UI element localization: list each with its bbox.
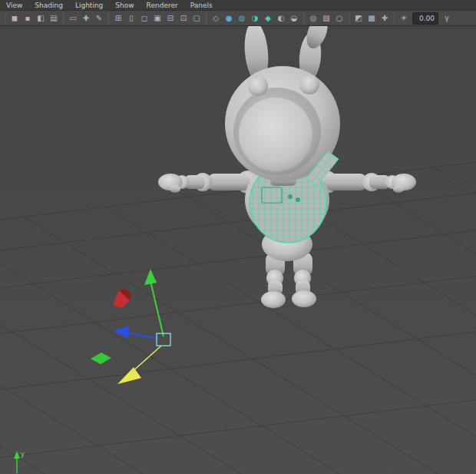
- vest-button: [288, 194, 293, 199]
- viewport-canvas[interactable]: y: [0, 26, 476, 474]
- use-all-lights-icon[interactable]: ◆: [262, 12, 274, 24]
- maya-viewport-panel: ViewShadingLightingShowRendererPanels ◼▪…: [0, 0, 476, 474]
- toolbar-separator: [206, 14, 207, 23]
- gate-mask-icon[interactable]: ▣: [151, 12, 164, 24]
- menu-lighting[interactable]: Lighting: [75, 2, 103, 9]
- x-ray-icon[interactable]: ▩: [365, 12, 378, 24]
- view-menubar: ViewShadingLightingShowRendererPanels: [0, 0, 476, 11]
- translate-z-handle[interactable]: [117, 346, 161, 384]
- grease-pencil-icon[interactable]: ✎: [93, 12, 105, 24]
- toolbar-separator: [63, 14, 64, 23]
- plane-handle-diamond[interactable]: [91, 353, 111, 364]
- menu-show[interactable]: Show: [115, 2, 134, 9]
- x-ray-joints-icon[interactable]: ✚: [378, 12, 391, 24]
- image-plane-icon[interactable]: ▭: [67, 12, 79, 24]
- helmet-visor: [239, 98, 312, 171]
- toolbar-separator: [394, 14, 395, 23]
- shadows-icon[interactable]: ◐: [275, 12, 287, 24]
- textured-display-icon[interactable]: ◑: [249, 12, 261, 24]
- select-camera-icon[interactable]: ◼: [8, 12, 21, 24]
- character-right-arm: [315, 171, 416, 194]
- character-left-arm: [158, 171, 259, 194]
- character-model[interactable]: [158, 26, 416, 308]
- depth-of-field-icon[interactable]: ○: [333, 12, 345, 24]
- bookmarks-icon[interactable]: ▤: [48, 12, 60, 24]
- toolbar-separator: [303, 14, 304, 23]
- screen-space-ao-icon[interactable]: ◒: [288, 12, 300, 24]
- exposure-icon[interactable]: ☀: [398, 12, 410, 24]
- translate-y-handle[interactable]: [144, 269, 164, 336]
- motion-blur-icon[interactable]: ◎: [307, 12, 319, 24]
- wireframe-on-shaded-icon[interactable]: ◍: [236, 12, 248, 24]
- resolution-gate-icon[interactable]: ◻: [138, 12, 150, 24]
- multisample-aa-icon[interactable]: ▨: [320, 12, 332, 24]
- safe-title-icon[interactable]: ▢: [190, 12, 203, 24]
- gamma-icon[interactable]: γ: [441, 12, 453, 24]
- toolbar-separator: [5, 14, 5, 23]
- menu-panels[interactable]: Panels: [190, 2, 213, 9]
- grid-icon[interactable]: ⊞: [112, 12, 124, 24]
- menu-renderer[interactable]: Renderer: [147, 2, 178, 9]
- field-chart-icon[interactable]: ⊟: [164, 12, 177, 24]
- ground-grid: [0, 141, 476, 474]
- shaded-display-icon[interactable]: ●: [223, 12, 235, 24]
- safe-action-icon[interactable]: ⊡: [177, 12, 190, 24]
- toolbar-separator: [108, 14, 109, 23]
- view-axis: y: [10, 451, 25, 474]
- axis-y-label: y: [21, 451, 25, 458]
- two-d-pan-zoom-icon[interactable]: ✚: [80, 12, 92, 24]
- lock-camera-icon[interactable]: ▪: [21, 12, 34, 24]
- isolate-select-icon[interactable]: ◩: [352, 12, 365, 24]
- film-gate-icon[interactable]: ▯: [125, 12, 137, 24]
- wireframe-display-icon[interactable]: ◇: [210, 12, 222, 24]
- vest-button: [296, 197, 300, 202]
- translate-x-handle[interactable]: [114, 326, 158, 339]
- menu-view[interactable]: View: [6, 2, 22, 9]
- panel-toolbar: ◼▪◧▤▭✚✎⊞▯◻▣⊟⊡▢◇●◍◑◆◐◒◎▨○◩▩✚☀0.00γ: [0, 11, 476, 26]
- toolbar-separator: [349, 14, 349, 23]
- ear-joint: [248, 76, 268, 96]
- exposure-field[interactable]: 0.00: [412, 12, 438, 25]
- menu-shading[interactable]: Shading: [35, 2, 63, 9]
- ear-joint: [299, 75, 319, 94]
- scene-svg: y: [0, 26, 476, 474]
- red-cone-handle[interactable]: [113, 288, 131, 308]
- camera-attributes-icon[interactable]: ◧: [35, 12, 47, 24]
